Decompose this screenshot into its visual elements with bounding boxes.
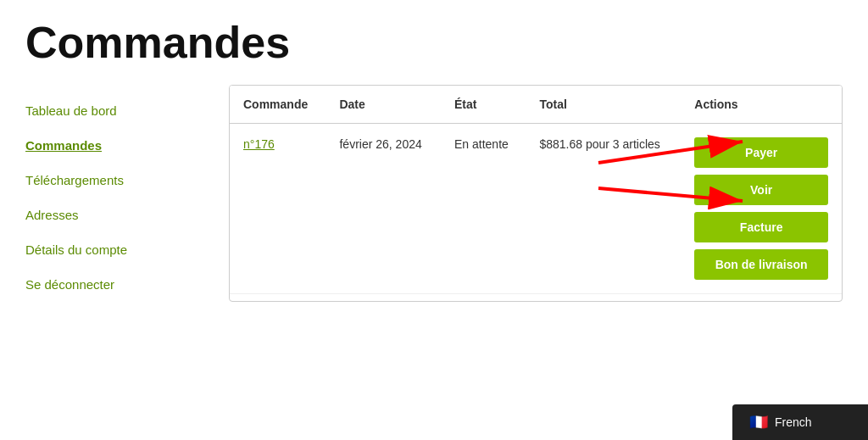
col-total: Total	[526, 86, 681, 124]
col-actions: Actions	[681, 86, 842, 124]
cell-actions: Payer Voir Facture Bon de livraison	[681, 124, 842, 294]
col-commande: Commande	[230, 86, 326, 124]
voir-button[interactable]: Voir	[694, 175, 828, 205]
orders-table: Commande Date État Total Actions n°176 f…	[230, 86, 842, 294]
sidebar-item-commandes[interactable]: Commandes	[25, 128, 229, 163]
cell-etat: En attente	[441, 124, 526, 294]
actions-container: Payer Voir Facture Bon de livraison	[694, 137, 828, 280]
bon-de-livraison-button[interactable]: Bon de livraison	[694, 249, 828, 280]
sidebar: Tableau de bord Commandes Téléchargement…	[25, 85, 229, 302]
sidebar-item-details-compte[interactable]: Détails du compte	[25, 232, 229, 267]
cell-total: $881.68 pour 3 articles	[526, 124, 681, 294]
sidebar-item-telechargements[interactable]: Téléchargements	[25, 163, 229, 198]
sidebar-item-deconnecter[interactable]: Se déconnecter	[25, 267, 229, 302]
table-row: n°176 février 26, 2024 En attente $881.6…	[230, 124, 842, 294]
payer-button[interactable]: Payer	[694, 137, 828, 168]
sidebar-item-adresses[interactable]: Adresses	[25, 198, 229, 232]
orders-table-container: Commande Date État Total Actions n°176 f…	[229, 85, 843, 302]
col-etat: État	[441, 86, 526, 124]
page-title: Commandes	[0, 0, 868, 76]
order-link[interactable]: n°176	[243, 137, 275, 151]
sidebar-item-tableau-de-bord[interactable]: Tableau de bord	[25, 93, 229, 128]
cell-commande: n°176	[230, 124, 326, 294]
facture-button[interactable]: Facture	[694, 212, 828, 242]
cell-date: février 26, 2024	[326, 124, 441, 294]
col-date: Date	[326, 86, 441, 124]
